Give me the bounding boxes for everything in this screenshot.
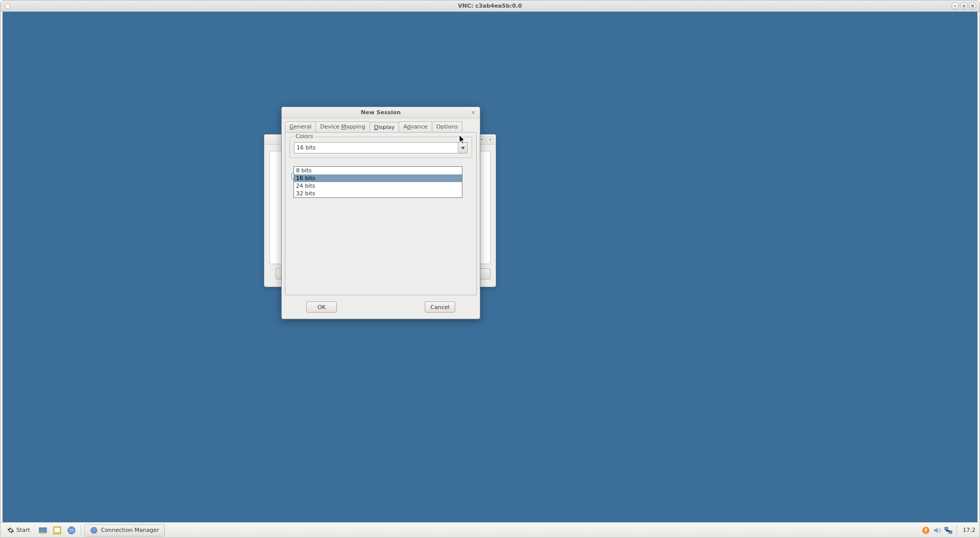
tray-separator xyxy=(957,525,957,535)
svg-point-4 xyxy=(68,527,75,534)
dialog-titlebar[interactable]: New Session × xyxy=(282,107,480,118)
tab-row: General Device Mapping Display Advance O… xyxy=(282,118,480,132)
gear-icon xyxy=(7,527,14,534)
taskbar: Start Connection Manager xyxy=(1,522,979,537)
show-desktop-icon[interactable] xyxy=(37,525,49,536)
update-icon[interactable] xyxy=(921,526,930,535)
connection-manager-icon xyxy=(90,526,98,534)
vnc-title: VNC: c3ab4ea5b:0.0 xyxy=(458,3,522,9)
tab-general[interactable]: General xyxy=(285,121,316,132)
start-button[interactable]: Start xyxy=(3,525,35,536)
dialog-close-icon[interactable]: × xyxy=(470,109,477,116)
start-label: Start xyxy=(16,527,30,533)
close-icon[interactable]: × xyxy=(969,2,976,10)
minimize-icon[interactable]: – xyxy=(951,2,959,10)
volume-icon[interactable] xyxy=(933,526,942,535)
colors-dropdown: 8 bits 16 bits 24 bits 32 bits xyxy=(293,166,462,198)
vnc-window: VNC: c3ab4ea5b:0.0 – + × + × Se gs xyxy=(0,0,980,538)
option-16bits[interactable]: 16 bits xyxy=(294,174,462,182)
display-panel: Colors 16 bits 8 bits 16 bits 24 bits xyxy=(285,132,477,295)
taskbar-separator xyxy=(81,525,81,535)
app-indicator-icon xyxy=(5,3,11,9)
task-label: Connection Manager xyxy=(101,527,159,533)
file-manager-icon[interactable] xyxy=(51,525,63,536)
dialog-button-bar: OK Cancel xyxy=(282,298,480,319)
tab-display[interactable]: Display xyxy=(370,122,400,133)
tab-device-mapping[interactable]: Device Mapping xyxy=(315,121,370,132)
window-controls: – + × xyxy=(951,2,976,10)
colors-legend: Colors xyxy=(294,133,314,140)
svg-rect-6 xyxy=(92,532,96,533)
browser-icon[interactable] xyxy=(65,525,78,536)
vnc-titlebar: VNC: c3ab4ea5b:0.0 – + × xyxy=(1,1,979,12)
clock[interactable]: 17:2 xyxy=(961,527,977,533)
chevron-down-icon xyxy=(461,147,465,149)
svg-rect-8 xyxy=(945,527,948,530)
colors-combo-button[interactable] xyxy=(458,143,467,153)
colors-fieldset: Colors 16 bits xyxy=(289,137,472,158)
system-tray: 17:2 xyxy=(921,525,977,535)
maximize-icon[interactable]: + xyxy=(960,2,968,10)
svg-rect-1 xyxy=(39,532,46,533)
colors-combo-value: 16 bits xyxy=(295,143,458,153)
tab-options[interactable]: Options xyxy=(432,121,462,132)
option-24bits[interactable]: 24 bits xyxy=(294,182,462,190)
new-session-dialog: New Session × General Device Mapping Dis… xyxy=(281,107,480,319)
taskbar-task-connection-manager[interactable]: Connection Manager xyxy=(84,524,165,536)
desktop: + × Se gs New Session × General xyxy=(3,12,977,522)
dialog-title: New Session xyxy=(361,109,401,116)
option-8bits[interactable]: 8 bits xyxy=(294,167,462,174)
ok-button[interactable]: OK xyxy=(306,301,337,313)
tab-advance[interactable]: Advance xyxy=(399,121,432,132)
bg-close-icon[interactable]: × xyxy=(487,136,494,143)
svg-rect-3 xyxy=(55,528,60,532)
cancel-button[interactable]: Cancel xyxy=(425,301,455,313)
network-icon[interactable] xyxy=(944,526,953,535)
option-32bits[interactable]: 32 bits xyxy=(294,190,462,197)
colors-combo[interactable]: 16 bits xyxy=(294,142,468,153)
